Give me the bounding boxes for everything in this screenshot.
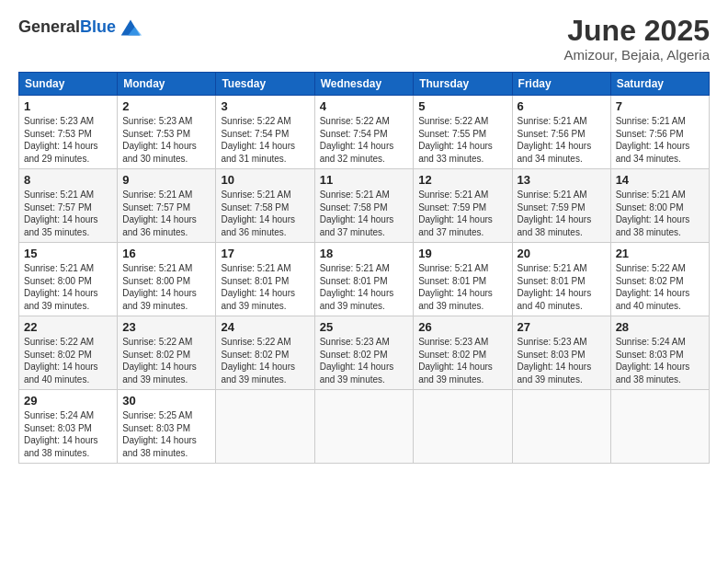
day-number: 4 bbox=[320, 99, 409, 113]
day-info: Sunrise: 5:21 AM Sunset: 8:00 PM Dayligh… bbox=[616, 189, 704, 238]
weekday-header-saturday: Saturday bbox=[610, 73, 709, 96]
day-info: Sunrise: 5:21 AM Sunset: 8:01 PM Dayligh… bbox=[221, 262, 309, 312]
day-number: 10 bbox=[221, 173, 309, 187]
day-number: 29 bbox=[24, 394, 112, 408]
calendar-cell: 26Sunrise: 5:23 AM Sunset: 8:02 PM Dayli… bbox=[414, 316, 512, 390]
day-number: 23 bbox=[122, 320, 210, 334]
header: GeneralBlue June 2025 Amizour, Bejaia, A… bbox=[18, 15, 710, 63]
day-number: 30 bbox=[122, 394, 210, 408]
day-number: 26 bbox=[418, 320, 506, 334]
day-number: 13 bbox=[518, 173, 606, 187]
day-info: Sunrise: 5:21 AM Sunset: 8:01 PM Dayligh… bbox=[320, 262, 409, 312]
day-info: Sunrise: 5:23 AM Sunset: 8:02 PM Dayligh… bbox=[418, 336, 506, 385]
day-number: 9 bbox=[122, 173, 210, 187]
calendar-cell: 17Sunrise: 5:21 AM Sunset: 8:01 PM Dayli… bbox=[216, 243, 314, 316]
weekday-header-wednesday: Wednesday bbox=[314, 73, 414, 96]
logo-general-text: General bbox=[18, 17, 80, 36]
calendar-cell: 27Sunrise: 5:23 AM Sunset: 8:03 PM Dayli… bbox=[512, 316, 610, 390]
calendar-cell: 28Sunrise: 5:24 AM Sunset: 8:03 PM Dayli… bbox=[610, 316, 709, 390]
logo: GeneralBlue bbox=[18, 15, 143, 40]
calendar-cell: 24Sunrise: 5:22 AM Sunset: 8:02 PM Dayli… bbox=[216, 316, 314, 390]
day-number: 18 bbox=[320, 247, 409, 260]
calendar-cell: 6Sunrise: 5:21 AM Sunset: 7:56 PM Daylig… bbox=[512, 96, 610, 169]
calendar-week-row: 29Sunrise: 5:24 AM Sunset: 8:03 PM Dayli… bbox=[19, 390, 710, 464]
calendar-cell: 2Sunrise: 5:23 AM Sunset: 7:53 PM Daylig… bbox=[118, 96, 216, 169]
calendar-cell: 20Sunrise: 5:21 AM Sunset: 8:01 PM Dayli… bbox=[512, 243, 610, 316]
calendar-cell: 9Sunrise: 5:21 AM Sunset: 7:57 PM Daylig… bbox=[118, 169, 216, 243]
calendar-title: June 2025 bbox=[564, 15, 710, 47]
day-number: 19 bbox=[418, 247, 506, 260]
day-info: Sunrise: 5:21 AM Sunset: 7:58 PM Dayligh… bbox=[320, 189, 409, 238]
calendar-cell: 11Sunrise: 5:21 AM Sunset: 7:58 PM Dayli… bbox=[314, 169, 414, 243]
calendar-cell: 5Sunrise: 5:22 AM Sunset: 7:55 PM Daylig… bbox=[414, 96, 512, 169]
day-info: Sunrise: 5:21 AM Sunset: 7:59 PM Dayligh… bbox=[518, 189, 606, 238]
calendar-cell: 22Sunrise: 5:22 AM Sunset: 8:02 PM Dayli… bbox=[19, 316, 118, 390]
day-info: Sunrise: 5:25 AM Sunset: 8:03 PM Dayligh… bbox=[122, 409, 210, 459]
day-info: Sunrise: 5:22 AM Sunset: 8:02 PM Dayligh… bbox=[616, 262, 704, 312]
calendar-week-row: 22Sunrise: 5:22 AM Sunset: 8:02 PM Dayli… bbox=[19, 316, 710, 390]
day-info: Sunrise: 5:22 AM Sunset: 8:02 PM Dayligh… bbox=[221, 336, 309, 385]
day-number: 5 bbox=[418, 99, 506, 113]
title-block: June 2025 Amizour, Bejaia, Algeria bbox=[564, 15, 710, 63]
weekday-header-thursday: Thursday bbox=[414, 73, 512, 96]
day-info: Sunrise: 5:23 AM Sunset: 8:02 PM Dayligh… bbox=[320, 336, 409, 385]
day-info: Sunrise: 5:21 AM Sunset: 8:01 PM Dayligh… bbox=[518, 262, 606, 312]
calendar-cell: 12Sunrise: 5:21 AM Sunset: 7:59 PM Dayli… bbox=[414, 169, 512, 243]
day-info: Sunrise: 5:21 AM Sunset: 8:00 PM Dayligh… bbox=[24, 262, 112, 312]
calendar-cell: 8Sunrise: 5:21 AM Sunset: 7:57 PM Daylig… bbox=[19, 169, 118, 243]
day-info: Sunrise: 5:21 AM Sunset: 7:56 PM Dayligh… bbox=[518, 115, 606, 165]
calendar-cell: 1Sunrise: 5:23 AM Sunset: 7:53 PM Daylig… bbox=[19, 96, 118, 169]
calendar-cell: 10Sunrise: 5:21 AM Sunset: 7:58 PM Dayli… bbox=[216, 169, 314, 243]
calendar-week-row: 15Sunrise: 5:21 AM Sunset: 8:00 PM Dayli… bbox=[19, 243, 710, 316]
day-info: Sunrise: 5:22 AM Sunset: 7:54 PM Dayligh… bbox=[320, 115, 409, 165]
calendar-cell: 21Sunrise: 5:22 AM Sunset: 8:02 PM Dayli… bbox=[610, 243, 709, 316]
calendar-cell: 4Sunrise: 5:22 AM Sunset: 7:54 PM Daylig… bbox=[314, 96, 414, 169]
logo-icon bbox=[118, 15, 143, 40]
day-number: 15 bbox=[24, 247, 112, 260]
day-info: Sunrise: 5:23 AM Sunset: 7:53 PM Dayligh… bbox=[122, 115, 210, 165]
weekday-header-sunday: Sunday bbox=[19, 73, 118, 96]
day-info: Sunrise: 5:21 AM Sunset: 7:58 PM Dayligh… bbox=[221, 189, 309, 238]
day-number: 6 bbox=[518, 99, 606, 113]
day-info: Sunrise: 5:24 AM Sunset: 8:03 PM Dayligh… bbox=[24, 409, 112, 459]
day-info: Sunrise: 5:23 AM Sunset: 8:03 PM Dayligh… bbox=[518, 336, 606, 385]
day-number: 27 bbox=[518, 320, 606, 334]
day-number: 21 bbox=[616, 247, 704, 260]
day-number: 22 bbox=[24, 320, 112, 334]
day-number: 2 bbox=[122, 99, 210, 113]
calendar-cell bbox=[610, 390, 709, 464]
day-number: 16 bbox=[122, 247, 210, 260]
day-number: 14 bbox=[616, 173, 704, 187]
calendar-week-row: 1Sunrise: 5:23 AM Sunset: 7:53 PM Daylig… bbox=[19, 96, 710, 169]
day-info: Sunrise: 5:22 AM Sunset: 8:02 PM Dayligh… bbox=[122, 336, 210, 385]
day-info: Sunrise: 5:24 AM Sunset: 8:03 PM Dayligh… bbox=[616, 336, 704, 385]
day-number: 7 bbox=[616, 99, 704, 113]
calendar-cell: 15Sunrise: 5:21 AM Sunset: 8:00 PM Dayli… bbox=[19, 243, 118, 316]
day-number: 25 bbox=[320, 320, 409, 334]
day-info: Sunrise: 5:21 AM Sunset: 7:59 PM Dayligh… bbox=[418, 189, 506, 238]
day-info: Sunrise: 5:21 AM Sunset: 8:01 PM Dayligh… bbox=[418, 262, 506, 312]
day-number: 1 bbox=[24, 99, 112, 113]
day-number: 8 bbox=[24, 173, 112, 187]
weekday-header-monday: Monday bbox=[118, 73, 216, 96]
calendar-cell bbox=[314, 390, 414, 464]
calendar-cell: 30Sunrise: 5:25 AM Sunset: 8:03 PM Dayli… bbox=[118, 390, 216, 464]
day-info: Sunrise: 5:22 AM Sunset: 8:02 PM Dayligh… bbox=[24, 336, 112, 385]
logo-blue-text: Blue bbox=[80, 17, 116, 36]
day-info: Sunrise: 5:21 AM Sunset: 7:57 PM Dayligh… bbox=[122, 189, 210, 238]
weekday-header-row: SundayMondayTuesdayWednesdayThursdayFrid… bbox=[19, 73, 710, 96]
day-number: 24 bbox=[221, 320, 309, 334]
weekday-header-tuesday: Tuesday bbox=[216, 73, 314, 96]
calendar-cell: 19Sunrise: 5:21 AM Sunset: 8:01 PM Dayli… bbox=[414, 243, 512, 316]
calendar-cell bbox=[512, 390, 610, 464]
calendar-cell: 16Sunrise: 5:21 AM Sunset: 8:00 PM Dayli… bbox=[118, 243, 216, 316]
weekday-header-friday: Friday bbox=[512, 73, 610, 96]
day-number: 17 bbox=[221, 247, 309, 260]
calendar-subtitle: Amizour, Bejaia, Algeria bbox=[564, 47, 710, 63]
day-info: Sunrise: 5:22 AM Sunset: 7:55 PM Dayligh… bbox=[418, 115, 506, 165]
calendar-table: SundayMondayTuesdayWednesdayThursdayFrid… bbox=[18, 72, 710, 464]
calendar-cell: 18Sunrise: 5:21 AM Sunset: 8:01 PM Dayli… bbox=[314, 243, 414, 316]
page: GeneralBlue June 2025 Amizour, Bejaia, A… bbox=[0, 0, 728, 563]
day-info: Sunrise: 5:21 AM Sunset: 7:57 PM Dayligh… bbox=[24, 189, 112, 238]
day-info: Sunrise: 5:22 AM Sunset: 7:54 PM Dayligh… bbox=[221, 115, 309, 165]
